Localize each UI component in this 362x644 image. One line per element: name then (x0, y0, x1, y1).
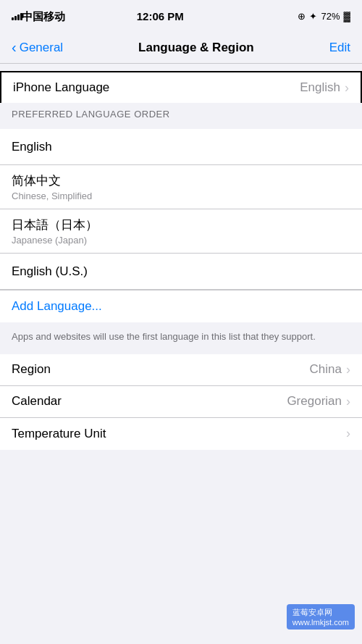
language-list: English 简体中文 Chinese, Simplified 日本語（日本）… (0, 129, 362, 322)
calendar-label: Calendar (12, 394, 62, 409)
list-item[interactable]: 日本語（日本） Japanese (Japan) (0, 209, 362, 254)
iphone-language-row[interactable]: iPhone Language English › (0, 71, 362, 103)
signal-icon (12, 12, 22, 20)
iphone-language-chevron-icon: › (345, 80, 349, 96)
status-bar: 中国移动 12:06 PM ⊕ ✦ 72% ▓ (0, 0, 362, 32)
add-language-button[interactable]: Add Language... (0, 290, 362, 322)
gap-after-iphone-lang: PREFERRED LANGUAGE ORDER (0, 103, 362, 129)
preferred-language-header: PREFERRED LANGUAGE ORDER (0, 103, 362, 124)
nav-bar: ‹ General Language & Region Edit (0, 32, 362, 64)
iphone-language-label: iPhone Language (13, 80, 109, 95)
content-area: iPhone Language English › PREFERRED LANG… (0, 64, 362, 450)
list-item[interactable]: English (U.S.) (0, 254, 362, 290)
list-item[interactable]: English (0, 129, 362, 165)
language-subtitle: Japanese (Japan) (12, 235, 350, 246)
iphone-language-value: English (300, 80, 340, 95)
temperature-row[interactable]: Temperature Unit › (0, 418, 362, 450)
region-value-container: China › (310, 362, 350, 377)
bluetooth-icon: ✦ (309, 11, 317, 22)
list-item[interactable]: 简体中文 Chinese, Simplified (0, 165, 362, 209)
iphone-language-value-container: English › (300, 80, 349, 96)
carrier-text: 中国移动 (22, 10, 65, 24)
location-icon: ⊕ (298, 11, 306, 22)
calendar-value-container: Gregorian › (287, 394, 350, 409)
temperature-label: Temperature Unit (12, 427, 106, 441)
iphone-language-section: iPhone Language English › (0, 71, 362, 103)
battery-text: 72% (321, 11, 340, 22)
region-chevron-icon: › (346, 362, 350, 377)
language-subtitle: Chinese, Simplified (12, 191, 350, 201)
back-button[interactable]: ‹ General (12, 40, 63, 56)
calendar-chevron-icon: › (346, 394, 350, 409)
region-value: China (310, 362, 342, 377)
temperature-value-container: › (346, 426, 350, 441)
edit-button[interactable]: Edit (329, 41, 350, 55)
language-footer-note: Apps and websites will use the first lan… (0, 322, 362, 354)
region-section: Region China › Calendar Gregorian › Temp… (0, 354, 362, 450)
temperature-chevron-icon: › (346, 426, 350, 441)
language-name: English (12, 140, 350, 154)
watermark: 蓝莓安卓网www.lmkjst.com (287, 604, 355, 630)
language-name: 日本語（日本） (12, 217, 350, 233)
region-row[interactable]: Region China › (0, 354, 362, 386)
calendar-row[interactable]: Calendar Gregorian › (0, 386, 362, 418)
add-language-label: Add Language... (12, 299, 102, 314)
gap-top (0, 64, 362, 71)
page-title: Language & Region (138, 41, 254, 55)
status-right-icons: ⊕ ✦ 72% ▓ (298, 11, 350, 22)
calendar-value: Gregorian (287, 394, 342, 409)
language-name: 简体中文 (12, 172, 350, 189)
carrier-label (12, 12, 22, 20)
language-name: English (U.S.) (12, 264, 350, 279)
back-label: General (20, 41, 63, 55)
back-chevron-icon: ‹ (12, 39, 17, 56)
time-display: 12:06 PM (137, 10, 184, 22)
battery-icon: ▓ (344, 11, 350, 22)
region-label: Region (12, 362, 51, 377)
